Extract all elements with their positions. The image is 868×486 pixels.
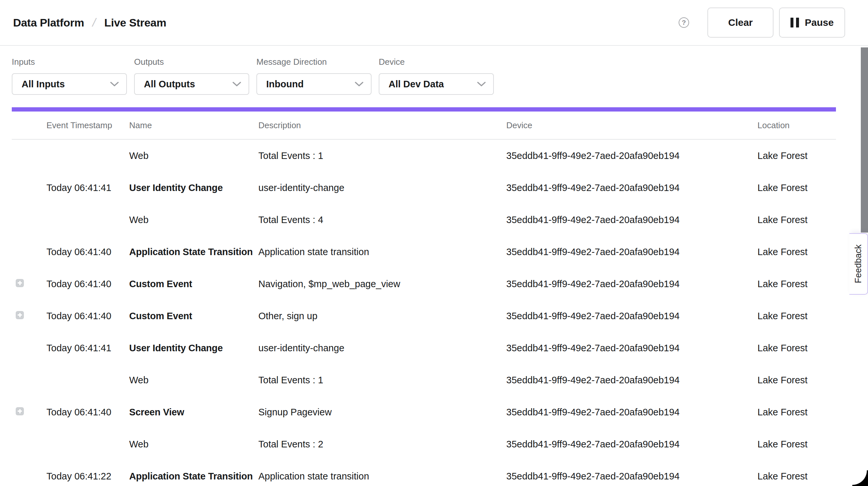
chevron-down-icon [232, 81, 241, 87]
table-row[interactable]: Today 06:41:22 Application State Transit… [12, 460, 836, 486]
table-row[interactable]: Web Total Events : 1 35eddb41-9ff9-49e2-… [12, 364, 836, 396]
event-location: Lake Forest [757, 150, 836, 161]
pause-button-label: Pause [805, 17, 834, 28]
filter-inputs-label: Inputs [12, 57, 127, 67]
event-location: Lake Forest [757, 375, 836, 386]
event-name: Application State Transition [129, 247, 258, 257]
inputs-select[interactable]: All Inputs [12, 73, 127, 95]
table-body: Web Total Events : 1 35eddb41-9ff9-49e2-… [0, 140, 868, 486]
column-header-description: Description [258, 120, 506, 130]
event-description: Other, sign up [258, 311, 506, 322]
event-device: 35eddb41-9ff9-49e2-7aed-20afa90eb194 [506, 311, 757, 322]
event-name: Web [129, 215, 258, 225]
filter-message-direction: Message Direction Inbound [256, 57, 372, 95]
feedback-tab[interactable]: Feedback [849, 233, 868, 295]
expand-cell [12, 407, 46, 418]
column-header-device: Device [506, 120, 757, 130]
event-location: Lake Forest [757, 471, 836, 482]
help-icon[interactable]: ? [679, 17, 689, 28]
event-name: Web [129, 439, 258, 450]
chevron-down-icon [477, 81, 486, 87]
event-name: Web [129, 150, 258, 161]
event-timestamp: Today 06:41:22 [46, 471, 129, 482]
breadcrumb-separator: / [91, 16, 98, 29]
event-name: Custom Event [129, 311, 258, 322]
event-description: Total Events : 2 [258, 439, 506, 450]
table-header: Event Timestamp Name Description Device … [12, 112, 836, 140]
event-description: user-identity-change [258, 182, 506, 193]
chevron-down-icon [354, 81, 364, 87]
event-description: Application state transition [258, 247, 506, 257]
clear-button[interactable]: Clear [707, 7, 773, 38]
filter-device-label: Device [379, 57, 494, 67]
event-device: 35eddb41-9ff9-49e2-7aed-20afa90eb194 [506, 471, 757, 482]
outputs-select[interactable]: All Outputs [134, 73, 249, 95]
table-row[interactable]: Today 06:41:40 Application State Transit… [12, 236, 836, 268]
scrollbar-thumb[interactable] [861, 48, 868, 233]
event-location: Lake Forest [757, 439, 836, 450]
chevron-down-icon [110, 81, 119, 87]
event-location: Lake Forest [757, 279, 836, 290]
expand-cell [12, 279, 46, 290]
event-name: Application State Transition [129, 471, 258, 482]
filter-device: Device All Dev Data [379, 57, 494, 95]
table-row[interactable]: Today 06:41:41 User Identity Change user… [12, 332, 836, 364]
event-location: Lake Forest [757, 343, 836, 354]
breadcrumb-item-data-platform[interactable]: Data Platform [13, 17, 84, 29]
event-description: Navigation, $mp_web_page_view [258, 279, 506, 290]
event-description: Total Events : 4 [258, 215, 506, 225]
event-device: 35eddb41-9ff9-49e2-7aed-20afa90eb194 [506, 375, 757, 386]
column-header-name: Name [129, 120, 258, 130]
event-description: user-identity-change [258, 343, 506, 354]
filter-message-direction-label: Message Direction [256, 57, 372, 67]
pause-button[interactable]: Pause [779, 7, 845, 38]
event-device: 35eddb41-9ff9-49e2-7aed-20afa90eb194 [506, 182, 757, 193]
pause-icon [790, 18, 799, 28]
event-name: User Identity Change [129, 343, 258, 354]
column-header-event-timestamp: Event Timestamp [46, 120, 129, 130]
expand-cell [12, 311, 46, 322]
message-direction-select[interactable]: Inbound [256, 73, 372, 95]
table-row[interactable]: Web Total Events : 1 35eddb41-9ff9-49e2-… [12, 140, 836, 172]
expand-plus-icon[interactable] [16, 279, 24, 287]
event-location: Lake Forest [757, 247, 836, 257]
filter-bar: Inputs All Inputs Outputs All Outputs Me… [0, 46, 868, 95]
event-timestamp: Today 06:41:41 [46, 343, 129, 354]
event-description: Signup Pageview [258, 407, 506, 418]
event-name: User Identity Change [129, 182, 258, 193]
filter-outputs-label: Outputs [134, 57, 249, 67]
table-row[interactable]: Today 06:41:40 Custom Event Other, sign … [12, 300, 836, 332]
breadcrumb-item-live-stream: Live Stream [104, 17, 166, 29]
event-device: 35eddb41-9ff9-49e2-7aed-20afa90eb194 [506, 150, 757, 161]
clear-button-label: Clear [728, 17, 752, 28]
expand-plus-icon[interactable] [16, 407, 24, 415]
event-description: Total Events : 1 [258, 150, 506, 161]
event-device: 35eddb41-9ff9-49e2-7aed-20afa90eb194 [506, 407, 757, 418]
filter-inputs: Inputs All Inputs [12, 57, 127, 95]
device-select-value: All Dev Data [389, 79, 444, 90]
table-row[interactable]: Today 06:41:40 Screen View Signup Pagevi… [12, 396, 836, 428]
inputs-select-value: All Inputs [22, 79, 65, 90]
event-description: Application state transition [258, 471, 506, 482]
expand-plus-icon[interactable] [16, 311, 24, 319]
event-timestamp: Today 06:41:40 [46, 279, 129, 290]
device-select[interactable]: All Dev Data [379, 73, 494, 95]
event-location: Lake Forest [757, 407, 836, 418]
breadcrumb: Data Platform / Live Stream [13, 16, 166, 29]
event-device: 35eddb41-9ff9-49e2-7aed-20afa90eb194 [506, 215, 757, 225]
accent-divider [12, 107, 836, 112]
table-row[interactable]: Web Total Events : 2 35eddb41-9ff9-49e2-… [12, 428, 836, 460]
event-name: Screen View [129, 407, 258, 418]
event-location: Lake Forest [757, 182, 836, 193]
event-location: Lake Forest [757, 311, 836, 322]
column-header-location: Location [757, 120, 836, 130]
table-row[interactable]: Web Total Events : 4 35eddb41-9ff9-49e2-… [12, 204, 836, 236]
table-row[interactable]: Today 06:41:40 Custom Event Navigation, … [12, 268, 836, 300]
event-timestamp: Today 06:41:40 [46, 311, 129, 322]
table-row[interactable]: Today 06:41:41 User Identity Change user… [12, 172, 836, 204]
event-device: 35eddb41-9ff9-49e2-7aed-20afa90eb194 [506, 439, 757, 450]
event-timestamp: Today 06:41:41 [46, 182, 129, 193]
event-name: Web [129, 375, 258, 386]
event-device: 35eddb41-9ff9-49e2-7aed-20afa90eb194 [506, 279, 757, 290]
event-name: Custom Event [129, 279, 258, 290]
